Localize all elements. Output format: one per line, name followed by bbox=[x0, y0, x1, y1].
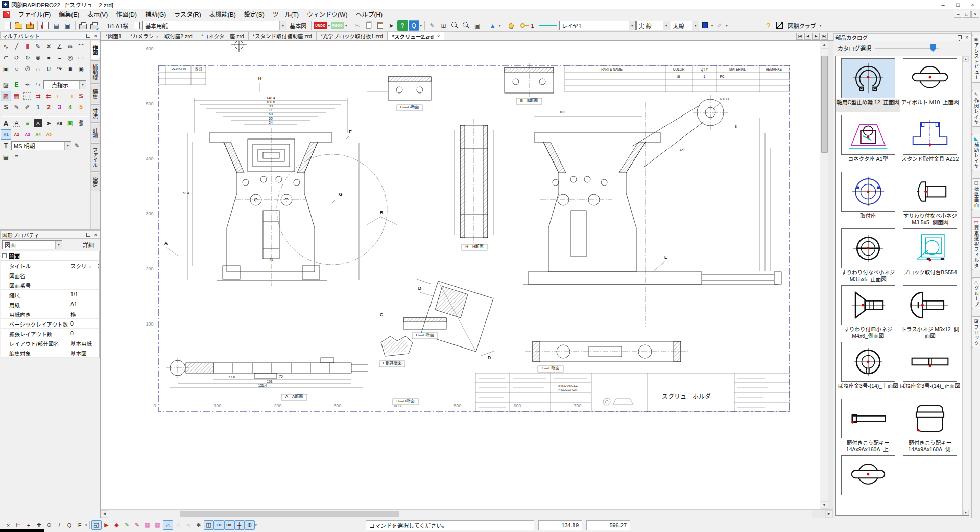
menu-ラスタ(R)[interactable]: ラスタ(R) bbox=[170, 10, 205, 19]
new-file-icon[interactable] bbox=[2, 20, 13, 31]
scroll-up-icon[interactable]: ▲ bbox=[821, 41, 828, 49]
hatched-circle-tool[interactable]: ◒ bbox=[54, 53, 65, 63]
catalog-item[interactable]: コネクタ座 A1型 bbox=[837, 115, 899, 169]
scroll-left-icon[interactable]: ◀ bbox=[101, 510, 108, 518]
snap-intersection-icon[interactable]: + bbox=[23, 520, 34, 530]
status-home-red[interactable]: ⌂ bbox=[183, 520, 194, 530]
status-page-rotate[interactable]: ◱ bbox=[91, 520, 102, 530]
tab-nav-button[interactable]: ◀ bbox=[804, 33, 811, 40]
catalog-item-thumb[interactable] bbox=[903, 342, 957, 382]
side-tab-標準画面[interactable]: ▢標準画面 bbox=[972, 178, 980, 210]
property-row[interactable]: 用紙向き横 bbox=[1, 309, 99, 319]
angle-line-tool[interactable]: ∠ bbox=[54, 41, 65, 52]
slider-thumb[interactable] bbox=[930, 44, 936, 52]
status-burst[interactable]: ✱ bbox=[194, 520, 204, 530]
font-icon[interactable]: T bbox=[1, 141, 11, 151]
preset-2-tool[interactable]: 2 bbox=[43, 102, 54, 112]
document-tab[interactable]: *スクリュー2.zrd× bbox=[388, 32, 444, 40]
scroll-right-icon[interactable]: ▶ bbox=[825, 510, 833, 518]
catalog-item-thumb[interactable] bbox=[903, 172, 957, 212]
preset-3-tool[interactable]: 3 bbox=[54, 102, 65, 112]
catalog-item[interactable]: すりわり付なべ小ネジ M3.5x5_側面図 bbox=[899, 172, 962, 226]
horizontal-scrollbar[interactable]: ◀ ▶ bbox=[101, 509, 833, 518]
overflow-chevron-icon[interactable]: ▾ bbox=[255, 523, 258, 527]
raster-pencil-tool[interactable]: ✎ bbox=[11, 102, 22, 112]
stamp-s-tool[interactable]: S bbox=[76, 91, 86, 101]
box-tool[interactable]: ▣ bbox=[1, 64, 11, 74]
arc3p-tool[interactable]: ⊂ bbox=[1, 53, 11, 63]
menu-設定(S)[interactable]: 設定(S) bbox=[240, 10, 269, 19]
layer-select[interactable]: レイヤ1▾ bbox=[559, 21, 636, 30]
property-row[interactable]: 図面番号 bbox=[1, 280, 99, 290]
snap-quadrant-icon[interactable]: Q bbox=[64, 520, 75, 530]
lead-curve-tool[interactable]: ↷ bbox=[54, 64, 65, 74]
text-style-5[interactable]: A5 bbox=[43, 129, 54, 140]
move-copy-tool[interactable]: ⇉ bbox=[33, 91, 43, 101]
mdi-minimize-button[interactable]: – bbox=[954, 11, 962, 18]
status-home-blue[interactable]: ⌂ bbox=[163, 520, 173, 530]
print-icon[interactable] bbox=[78, 20, 88, 31]
select-arrow-icon[interactable]: ➤ bbox=[386, 20, 397, 31]
overflow-chevron-icon[interactable]: ▾ bbox=[725, 24, 728, 28]
clamp-b-tool[interactable]: ⊐ bbox=[65, 91, 76, 101]
status-grid-a[interactable]: ▦ bbox=[142, 520, 153, 530]
ink-tool[interactable]: ✒ bbox=[22, 80, 33, 90]
parallel-lines-tool[interactable]: Ⅲ bbox=[22, 41, 33, 52]
side-tab-アシストビュー[interactable]: ▣アシストビュー bbox=[972, 35, 980, 83]
catalog-item-thumb[interactable] bbox=[903, 228, 957, 268]
menu-ウィンドウ(W)[interactable]: ウィンドウ(W) bbox=[303, 10, 351, 19]
catalog-item[interactable]: 軸用C型止め輪 12_正面図 bbox=[837, 58, 899, 112]
move-back-tool[interactable]: ⇇ bbox=[43, 91, 54, 101]
property-row[interactable]: ベーシックレイアウト数0 bbox=[1, 319, 99, 329]
ellipse-tool[interactable]: ○ bbox=[11, 64, 22, 74]
raster-clip-tool[interactable]: ▨ bbox=[1, 91, 11, 101]
zoom-command-icon[interactable]: Q bbox=[409, 20, 419, 31]
overflow-chevron-icon[interactable]: ▾ bbox=[498, 24, 501, 28]
status-mark[interactable]: ◆ bbox=[112, 520, 122, 530]
freehand-tool[interactable]: ✎ bbox=[33, 41, 43, 52]
document-tab[interactable]: *図面1 bbox=[102, 32, 126, 40]
text-invert-tool[interactable]: A bbox=[34, 119, 42, 127]
document-list-icon[interactable]: ▤ bbox=[51, 20, 62, 31]
status-run[interactable]: ▶ bbox=[102, 520, 112, 530]
catalog-item[interactable] bbox=[837, 455, 899, 510]
paper-select[interactable]: 基本用紙▾ bbox=[142, 21, 286, 30]
spiral-tool[interactable]: ↻ bbox=[22, 53, 33, 63]
catalog-item-thumb[interactable] bbox=[841, 455, 895, 495]
menu-表機能(B)[interactable]: 表機能(B) bbox=[205, 10, 240, 19]
document-tab[interactable]: *光学ブロック取付板1.zrd bbox=[317, 32, 388, 40]
text-style-2[interactable]: A2 bbox=[11, 129, 22, 140]
save-file-icon[interactable] bbox=[25, 20, 35, 31]
print-preview-icon[interactable] bbox=[89, 20, 100, 31]
copy-icon[interactable] bbox=[364, 20, 374, 31]
palette-close-icon[interactable]: × bbox=[93, 33, 98, 39]
u-curve-tool[interactable]: ∪ bbox=[43, 64, 54, 74]
status-home-yellow[interactable]: ⌂ bbox=[173, 520, 183, 530]
catalog-item[interactable]: ばね座金3号-(14)_上面図 bbox=[837, 342, 899, 396]
catalog-item-thumb[interactable] bbox=[841, 228, 895, 268]
line-tool[interactable]: ╱ bbox=[11, 41, 22, 52]
catalog-item-thumb[interactable] bbox=[841, 285, 895, 325]
arc-tool[interactable]: ⌒ bbox=[76, 41, 86, 52]
text-paragraph-tool[interactable]: ≡ bbox=[22, 118, 33, 128]
scroll-down-icon[interactable]: ▼ bbox=[821, 501, 828, 509]
quick-edit-icon[interactable]: ✎ bbox=[427, 20, 438, 31]
catalog-item[interactable]: すりわり付皿小ネジ M4x6_側面図 bbox=[837, 285, 899, 339]
overflow-chevron-icon[interactable]: ▾ bbox=[711, 24, 714, 28]
overflow-chevron-icon[interactable]: ▾ bbox=[345, 24, 348, 28]
cut-icon[interactable]: ✂ bbox=[352, 20, 363, 31]
dark-circle-tool[interactable]: ◉ bbox=[76, 64, 86, 74]
maximize-button[interactable]: □ bbox=[950, 0, 965, 9]
status-overlap[interactable]: ◫ bbox=[204, 520, 214, 530]
side-tab-グループ[interactable]: △グループ bbox=[972, 277, 980, 309]
catalog-item[interactable]: ブロック取付台BS554 bbox=[899, 228, 962, 283]
font-edit-icon[interactable]: ✎ bbox=[71, 141, 82, 151]
catalog-item-thumb[interactable] bbox=[903, 115, 957, 155]
arch-tool[interactable]: ∩ bbox=[33, 64, 43, 74]
catalog-item-thumb[interactable] bbox=[841, 399, 895, 438]
property-row[interactable]: 編集対象基本図 bbox=[1, 348, 99, 358]
table-tool[interactable]: ▤ bbox=[1, 152, 11, 162]
text-pair-tool[interactable]: AB bbox=[54, 118, 65, 128]
linewidth-select[interactable]: 太線▾ bbox=[671, 21, 699, 30]
palette-tab-計測[interactable]: 計測 bbox=[91, 124, 100, 142]
